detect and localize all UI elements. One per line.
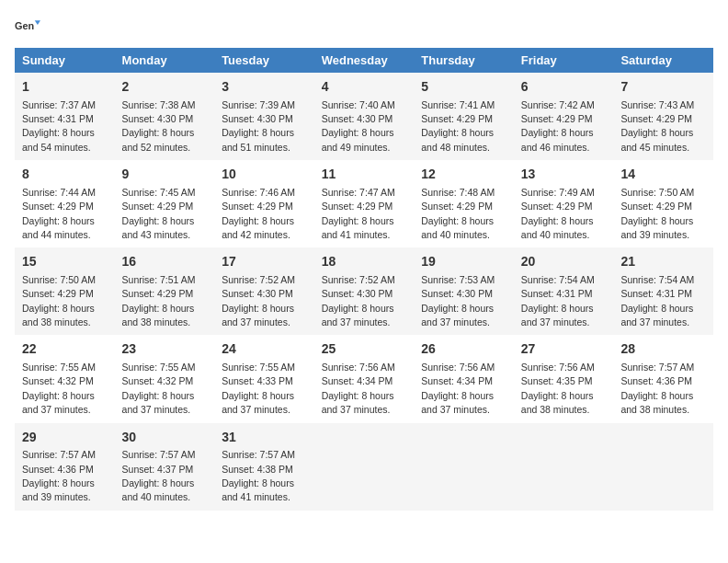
- day-info: Sunrise: 7:41 AMSunset: 4:29 PMDaylight:…: [421, 99, 495, 153]
- day-info: Sunrise: 7:43 AMSunset: 4:29 PMDaylight:…: [620, 99, 694, 153]
- day-cell: 7 Sunrise: 7:43 AMSunset: 4:29 PMDayligh…: [613, 73, 713, 160]
- day-cell: [613, 423, 713, 511]
- day-cell: 26 Sunrise: 7:56 AMSunset: 4:34 PMDaylig…: [414, 335, 514, 422]
- header-tuesday: Tuesday: [214, 48, 314, 73]
- day-number: 15: [22, 253, 108, 271]
- day-number: 22: [22, 340, 108, 359]
- day-info: Sunrise: 7:39 AMSunset: 4:30 PMDaylight:…: [222, 99, 295, 153]
- day-info: Sunrise: 7:50 AMSunset: 4:29 PMDaylight:…: [620, 187, 694, 240]
- day-number: 16: [122, 253, 208, 271]
- header-saturday: Saturday: [613, 48, 713, 73]
- day-info: Sunrise: 7:40 AMSunset: 4:30 PMDaylight:…: [322, 99, 395, 153]
- day-number: 26: [421, 340, 506, 359]
- day-cell: 11 Sunrise: 7:47 AMSunset: 4:29 PMDaylig…: [314, 160, 415, 247]
- day-info: Sunrise: 7:38 AMSunset: 4:30 PMDaylight:…: [122, 99, 196, 153]
- day-info: Sunrise: 7:55 AMSunset: 4:33 PMDaylight:…: [222, 362, 295, 415]
- day-cell: 20 Sunrise: 7:54 AMSunset: 4:31 PMDaylig…: [514, 247, 614, 335]
- header-friday: Friday: [514, 48, 614, 73]
- day-info: Sunrise: 7:56 AMSunset: 4:35 PMDaylight:…: [521, 362, 595, 415]
- day-cell: 13 Sunrise: 7:49 AMSunset: 4:29 PMDaylig…: [514, 160, 614, 247]
- day-number: 17: [222, 253, 307, 271]
- week-row-2: 8 Sunrise: 7:44 AMSunset: 4:29 PMDayligh…: [15, 160, 713, 247]
- day-number: 29: [22, 429, 108, 447]
- day-info: Sunrise: 7:50 AMSunset: 4:29 PMDaylight:…: [22, 274, 96, 327]
- day-info: Sunrise: 7:42 AMSunset: 4:29 PMDaylight:…: [521, 99, 595, 153]
- day-number: 13: [521, 166, 607, 184]
- day-cell: 3 Sunrise: 7:39 AMSunset: 4:30 PMDayligh…: [214, 73, 314, 160]
- page-header: Gen: [15, 15, 713, 40]
- day-info: Sunrise: 7:52 AMSunset: 4:30 PMDaylight:…: [322, 274, 395, 327]
- day-cell: 9 Sunrise: 7:45 AMSunset: 4:29 PMDayligh…: [115, 160, 215, 247]
- day-cell: 16 Sunrise: 7:51 AMSunset: 4:29 PMDaylig…: [115, 247, 215, 335]
- day-number: 28: [620, 340, 706, 359]
- day-cell: 15 Sunrise: 7:50 AMSunset: 4:29 PMDaylig…: [15, 247, 115, 335]
- day-number: 24: [222, 340, 307, 359]
- day-number: 12: [421, 166, 506, 184]
- day-number: 20: [521, 253, 607, 271]
- day-cell: 5 Sunrise: 7:41 AMSunset: 4:29 PMDayligh…: [414, 73, 514, 160]
- day-cell: 29 Sunrise: 7:57 AMSunset: 4:36 PMDaylig…: [15, 423, 115, 511]
- day-cell: 18 Sunrise: 7:52 AMSunset: 4:30 PMDaylig…: [314, 247, 415, 335]
- day-info: Sunrise: 7:51 AMSunset: 4:29 PMDaylight:…: [122, 274, 196, 327]
- svg-marker-1: [35, 20, 40, 25]
- day-cell: 1 Sunrise: 7:37 AMSunset: 4:31 PMDayligh…: [15, 73, 115, 160]
- day-info: Sunrise: 7:46 AMSunset: 4:29 PMDaylight:…: [222, 187, 295, 240]
- day-number: 3: [222, 78, 307, 97]
- day-cell: [314, 423, 415, 511]
- day-cell: 31 Sunrise: 7:57 AMSunset: 4:38 PMDaylig…: [214, 423, 314, 511]
- week-row-1: 1 Sunrise: 7:37 AMSunset: 4:31 PMDayligh…: [15, 73, 713, 160]
- day-info: Sunrise: 7:47 AMSunset: 4:29 PMDaylight:…: [322, 187, 395, 240]
- day-number: 9: [122, 166, 208, 184]
- day-info: Sunrise: 7:55 AMSunset: 4:32 PMDaylight:…: [122, 362, 196, 415]
- day-number: 23: [122, 340, 208, 359]
- day-info: Sunrise: 7:56 AMSunset: 4:34 PMDaylight:…: [322, 362, 395, 415]
- day-cell: 24 Sunrise: 7:55 AMSunset: 4:33 PMDaylig…: [214, 335, 314, 422]
- day-info: Sunrise: 7:52 AMSunset: 4:30 PMDaylight:…: [222, 274, 295, 327]
- day-number: 30: [122, 429, 208, 447]
- day-cell: 28 Sunrise: 7:57 AMSunset: 4:36 PMDaylig…: [613, 335, 713, 422]
- day-cell: 30 Sunrise: 7:57 AMSunset: 4:37 PMDaylig…: [115, 423, 215, 511]
- day-info: Sunrise: 7:49 AMSunset: 4:29 PMDaylight:…: [521, 187, 595, 240]
- day-number: 7: [620, 78, 706, 97]
- week-row-5: 29 Sunrise: 7:57 AMSunset: 4:36 PMDaylig…: [15, 423, 713, 511]
- day-number: 18: [322, 253, 407, 271]
- day-cell: 2 Sunrise: 7:38 AMSunset: 4:30 PMDayligh…: [115, 73, 215, 160]
- calendar-table: SundayMondayTuesdayWednesdayThursdayFrid…: [15, 48, 713, 511]
- day-info: Sunrise: 7:55 AMSunset: 4:32 PMDaylight:…: [22, 362, 96, 415]
- day-number: 11: [322, 166, 407, 184]
- day-info: Sunrise: 7:57 AMSunset: 4:37 PMDaylight:…: [122, 449, 196, 502]
- day-cell: 12 Sunrise: 7:48 AMSunset: 4:29 PMDaylig…: [414, 160, 514, 247]
- day-number: 6: [521, 78, 607, 97]
- day-number: 21: [620, 253, 706, 271]
- week-row-3: 15 Sunrise: 7:50 AMSunset: 4:29 PMDaylig…: [15, 247, 713, 335]
- day-cell: [514, 423, 614, 511]
- day-cell: 17 Sunrise: 7:52 AMSunset: 4:30 PMDaylig…: [214, 247, 314, 335]
- header-monday: Monday: [115, 48, 215, 73]
- header-wednesday: Wednesday: [314, 48, 415, 73]
- day-info: Sunrise: 7:53 AMSunset: 4:30 PMDaylight:…: [421, 274, 495, 327]
- day-cell: 8 Sunrise: 7:44 AMSunset: 4:29 PMDayligh…: [15, 160, 115, 247]
- day-cell: 21 Sunrise: 7:54 AMSunset: 4:31 PMDaylig…: [613, 247, 713, 335]
- day-info: Sunrise: 7:45 AMSunset: 4:29 PMDaylight:…: [122, 187, 196, 240]
- day-number: 10: [222, 166, 307, 184]
- day-cell: 10 Sunrise: 7:46 AMSunset: 4:29 PMDaylig…: [214, 160, 314, 247]
- day-info: Sunrise: 7:48 AMSunset: 4:29 PMDaylight:…: [421, 187, 495, 240]
- day-cell: 25 Sunrise: 7:56 AMSunset: 4:34 PMDaylig…: [314, 335, 415, 422]
- day-number: 4: [322, 78, 407, 97]
- day-number: 19: [421, 253, 506, 271]
- week-row-4: 22 Sunrise: 7:55 AMSunset: 4:32 PMDaylig…: [15, 335, 713, 422]
- day-number: 27: [521, 340, 607, 359]
- day-number: 14: [620, 166, 706, 184]
- day-info: Sunrise: 7:57 AMSunset: 4:36 PMDaylight:…: [620, 362, 694, 415]
- calendar-header-row: SundayMondayTuesdayWednesdayThursdayFrid…: [15, 48, 713, 73]
- day-number: 8: [22, 166, 108, 184]
- day-cell: 4 Sunrise: 7:40 AMSunset: 4:30 PMDayligh…: [314, 73, 415, 160]
- day-info: Sunrise: 7:57 AMSunset: 4:38 PMDaylight:…: [222, 449, 295, 502]
- day-cell: 6 Sunrise: 7:42 AMSunset: 4:29 PMDayligh…: [514, 73, 614, 160]
- svg-text:Gen: Gen: [15, 20, 34, 31]
- day-info: Sunrise: 7:37 AMSunset: 4:31 PMDaylight:…: [22, 99, 96, 153]
- calendar-body: 1 Sunrise: 7:37 AMSunset: 4:31 PMDayligh…: [15, 73, 713, 511]
- logo: Gen: [15, 15, 44, 40]
- day-info: Sunrise: 7:54 AMSunset: 4:31 PMDaylight:…: [521, 274, 595, 327]
- logo-icon: Gen: [15, 15, 40, 40]
